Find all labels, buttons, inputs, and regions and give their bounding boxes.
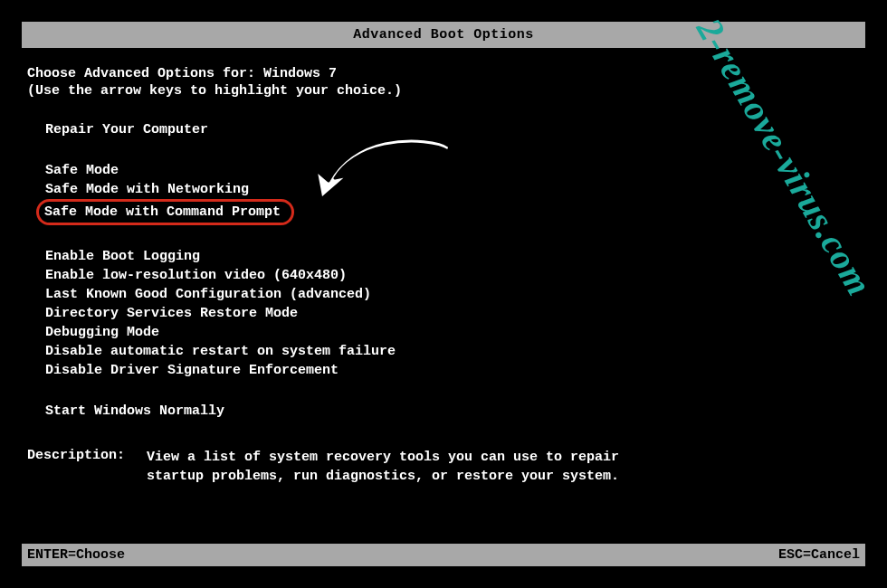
option-last-known-good[interactable]: Last Known Good Configuration (advanced) bbox=[45, 285, 860, 304]
group-normal: Start Windows Normally bbox=[45, 402, 860, 421]
footer-esc: ESC=Cancel bbox=[778, 547, 860, 563]
option-start-normally[interactable]: Start Windows Normally bbox=[45, 402, 860, 421]
description-label: Description: bbox=[27, 448, 125, 486]
window-title: Advanced Boot Options bbox=[353, 27, 534, 43]
option-debugging-mode[interactable]: Debugging Mode bbox=[45, 323, 860, 342]
group-advanced: Enable Boot Logging Enable low-resolutio… bbox=[45, 247, 860, 380]
group-repair: Repair Your Computer bbox=[45, 120, 860, 139]
option-disable-auto-restart[interactable]: Disable automatic restart on system fail… bbox=[45, 342, 860, 361]
footer-bar: ENTER=Choose ESC=Cancel bbox=[22, 544, 865, 566]
intro-line: Choose Advanced Options for: Windows 7 bbox=[27, 66, 860, 81]
option-enable-boot-logging[interactable]: Enable Boot Logging bbox=[45, 247, 860, 266]
intro-prefix: Choose Advanced Options for: bbox=[27, 66, 255, 81]
highlight-circle: Safe Mode with Command Prompt bbox=[36, 199, 294, 225]
description-text: View a list of system recovery tools you… bbox=[147, 448, 653, 486]
content-area: Choose Advanced Options for: Windows 7 (… bbox=[0, 48, 887, 486]
option-safe-mode-cmd: Safe Mode with Command Prompt bbox=[44, 204, 281, 220]
option-safe-mode-networking[interactable]: Safe Mode with Networking bbox=[45, 180, 860, 199]
title-bar: Advanced Boot Options bbox=[22, 22, 865, 48]
option-disable-driver-sig[interactable]: Disable Driver Signature Enforcement bbox=[45, 361, 860, 380]
group-safe-mode: Safe Mode Safe Mode with Networking Safe… bbox=[45, 161, 860, 225]
option-low-res-video[interactable]: Enable low-resolution video (640x480) bbox=[45, 266, 860, 285]
intro-hint: (Use the arrow keys to highlight your ch… bbox=[27, 83, 860, 99]
option-directory-services-restore[interactable]: Directory Services Restore Mode bbox=[45, 304, 860, 323]
option-safe-mode-cmd-row[interactable]: Safe Mode with Command Prompt bbox=[45, 199, 860, 225]
description-block: Description: View a list of system recov… bbox=[27, 448, 860, 486]
os-name: Windows 7 bbox=[263, 66, 337, 81]
option-repair-computer[interactable]: Repair Your Computer bbox=[45, 120, 860, 139]
footer-enter: ENTER=Choose bbox=[27, 547, 125, 563]
option-safe-mode[interactable]: Safe Mode bbox=[45, 161, 860, 180]
